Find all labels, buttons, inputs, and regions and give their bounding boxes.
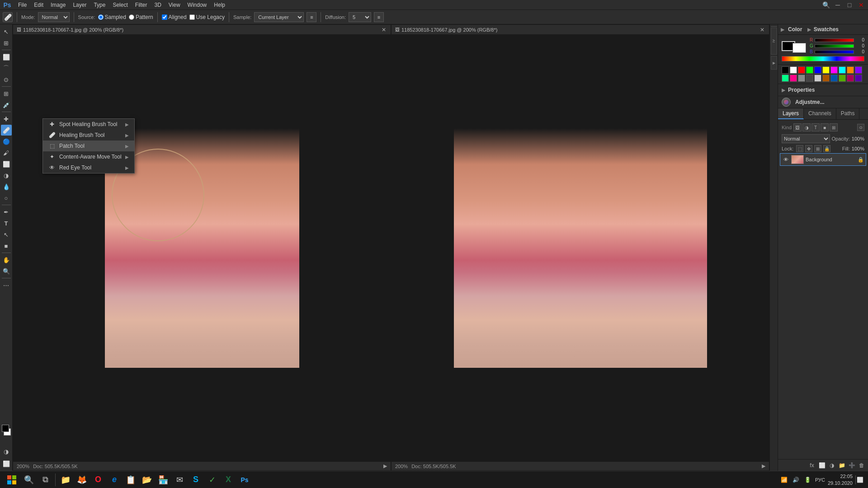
- swatch-19[interactable]: [855, 75, 862, 82]
- swatch-2[interactable]: [798, 66, 805, 74]
- lock-pixel-btn[interactable]: ⬚: [796, 145, 803, 152]
- tool-blur[interactable]: 💧: [1, 181, 12, 192]
- adjustments-header[interactable]: Adjustme...: [778, 96, 868, 108]
- tool-rectangular-marquee[interactable]: ⬜: [1, 52, 12, 62]
- tool-pen[interactable]: ✒: [1, 206, 12, 217]
- ctx-content-aware[interactable]: ✦ Content-Aware Move Tool ▶: [43, 151, 134, 162]
- tab-paths[interactable]: Paths: [836, 108, 860, 119]
- tool-extra[interactable]: ⋯: [1, 280, 12, 291]
- tool-move[interactable]: ↖: [1, 26, 12, 37]
- strip-btn-2[interactable]: ▶: [771, 56, 777, 70]
- color-bg-indicator[interactable]: [793, 43, 806, 53]
- tool-gradient[interactable]: ◑: [1, 170, 12, 181]
- swatch-18[interactable]: [847, 75, 854, 82]
- swatch-0[interactable]: [782, 66, 789, 74]
- menu-file[interactable]: File: [14, 1, 30, 9]
- use-legacy-checkbox[interactable]: [189, 14, 195, 20]
- swatch-10[interactable]: [782, 75, 789, 82]
- swatch-4[interactable]: [814, 66, 821, 74]
- tool-screen-mode[interactable]: ⬜: [1, 458, 12, 469]
- taskbar-office[interactable]: 📋: [123, 473, 138, 487]
- b-slider[interactable]: [815, 50, 854, 54]
- tab-layers[interactable]: Layers: [778, 108, 804, 119]
- tool-artboard[interactable]: ⊞: [1, 38, 12, 48]
- kind-text-btn[interactable]: T: [811, 123, 820, 131]
- kind-smart-btn[interactable]: ⊞: [830, 123, 838, 131]
- volume-icon[interactable]: 🔊: [792, 475, 801, 484]
- taskbar-todo[interactable]: ✓: [205, 473, 219, 487]
- taskbar-outlook[interactable]: ✉: [172, 473, 187, 487]
- sample-select[interactable]: Current Layer: [254, 12, 304, 22]
- battery-icon[interactable]: 🔋: [803, 475, 812, 484]
- swatch-12[interactable]: [798, 75, 805, 82]
- menu-3d[interactable]: 3D: [151, 1, 165, 9]
- tool-quick-selection[interactable]: ⊙: [1, 74, 12, 85]
- swatch-14[interactable]: [814, 75, 821, 82]
- taskbar-start-button[interactable]: [4, 472, 20, 488]
- kind-adjust-btn[interactable]: ◑: [802, 123, 811, 131]
- layer-delete-btn[interactable]: 🗑: [857, 461, 866, 470]
- taskbar-edge[interactable]: e: [107, 473, 122, 487]
- lock-artboard-btn[interactable]: ⊞: [814, 145, 821, 152]
- taskbar-store[interactable]: 🏪: [156, 473, 170, 487]
- search-button[interactable]: 🔍: [821, 0, 831, 10]
- layer-adjust-btn[interactable]: ◑: [827, 461, 836, 470]
- swatch-13[interactable]: [806, 75, 813, 82]
- swatch-15[interactable]: [822, 75, 830, 82]
- tool-lasso[interactable]: ⌒: [1, 63, 12, 74]
- minimize-button[interactable]: ─: [833, 0, 843, 10]
- taskbar-excel[interactable]: X: [221, 473, 236, 487]
- swatch-11[interactable]: [790, 75, 797, 82]
- ctx-red-eye[interactable]: 👁 Red Eye Tool ▶: [43, 162, 134, 173]
- lock-all-btn[interactable]: 🔒: [823, 145, 830, 152]
- aligned-label[interactable]: Aligned: [162, 14, 187, 20]
- diffusion-select[interactable]: 5: [349, 12, 371, 22]
- swatch-1[interactable]: [790, 66, 797, 74]
- swatch-3[interactable]: [806, 66, 813, 74]
- tool-clone-stamp[interactable]: 🔵: [1, 136, 12, 147]
- tool-dodge[interactable]: ○: [1, 192, 12, 203]
- layer-group-btn[interactable]: 📁: [837, 461, 846, 470]
- use-legacy-label[interactable]: Use Legacy: [189, 14, 225, 20]
- g-slider[interactable]: [815, 44, 854, 48]
- layer-fx-btn[interactable]: fx: [807, 461, 816, 470]
- taskbar-firefox[interactable]: 🦊: [75, 473, 89, 487]
- lock-position-btn[interactable]: ✥: [805, 145, 812, 152]
- swatch-6[interactable]: [830, 66, 838, 74]
- kind-pixel-btn[interactable]: 🖼: [793, 123, 802, 131]
- r-slider[interactable]: [815, 38, 854, 42]
- tool-quick-mask[interactable]: ◑: [1, 446, 12, 457]
- doc-canvas-wrapper-right[interactable]: [392, 35, 769, 461]
- layer-new-btn[interactable]: ➕: [847, 461, 856, 470]
- taskbar-file-manager2[interactable]: 📂: [140, 473, 154, 487]
- taskbar-skype[interactable]: S: [189, 473, 203, 487]
- swatch-7[interactable]: [839, 66, 846, 74]
- ctx-spot-healing[interactable]: ✚ Spot Healing Brush Tool ▶: [43, 119, 134, 130]
- taskbar-opera[interactable]: O: [91, 473, 105, 487]
- doc-canvas-right[interactable]: [454, 128, 707, 368]
- source-sampled-radio[interactable]: [98, 14, 104, 20]
- layer-mask-btn[interactable]: ⬜: [817, 461, 826, 470]
- ctx-healing-brush[interactable]: 🩹 Healing Brush Tool ▶: [43, 130, 134, 141]
- doc-close-left[interactable]: ✕: [381, 27, 387, 33]
- layer-visibility-eye[interactable]: 👁: [782, 156, 789, 163]
- menu-filter[interactable]: Filter: [132, 1, 151, 9]
- color-spectrum-bar[interactable]: [782, 56, 864, 61]
- tool-eraser[interactable]: ⬜: [1, 159, 12, 169]
- foreground-color-swatch[interactable]: [2, 425, 9, 432]
- menu-select[interactable]: Select: [109, 1, 131, 9]
- restore-button[interactable]: □: [844, 0, 854, 10]
- taskbar-task-view[interactable]: ⧉: [38, 473, 52, 487]
- mode-select[interactable]: Normal: [38, 12, 70, 22]
- color-panel-header[interactable]: ▶ Color: [781, 26, 802, 33]
- tab-channels[interactable]: Channels: [804, 108, 836, 119]
- menu-help[interactable]: Help: [210, 1, 229, 9]
- taskbar-file-explorer[interactable]: 📁: [58, 473, 73, 487]
- strip-btn-1[interactable]: AI: [771, 28, 777, 55]
- layer-filter-toggle[interactable]: ○: [857, 124, 864, 131]
- source-pattern-label[interactable]: Pattern: [129, 14, 153, 20]
- swatch-5[interactable]: [822, 66, 830, 74]
- swatch-17[interactable]: [839, 75, 846, 82]
- tool-spot-healing[interactable]: ✚: [1, 113, 12, 124]
- tool-shape[interactable]: ■: [1, 240, 12, 251]
